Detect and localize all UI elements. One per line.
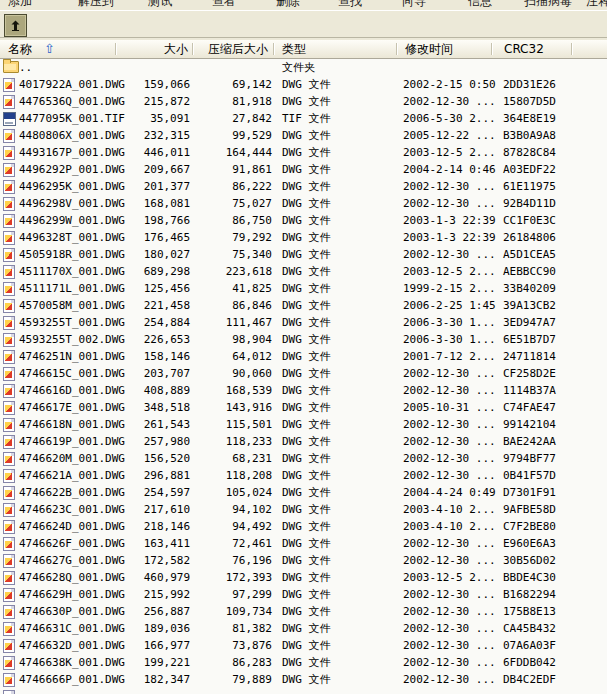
toolbar-button[interactable]: 测试: [148, 0, 172, 10]
file-size-cell: 168,081: [118, 195, 190, 212]
column-header-crc32[interactable]: CRC32: [504, 41, 544, 57]
file-type-cell: DWG 文件: [282, 178, 331, 195]
table-row[interactable]: 4593255T_001.DWG 254,884 111,467 DWG 文件 …: [0, 314, 607, 331]
table-row[interactable]: 4746619P_001.DWG 257,980 118,233 DWG 文件 …: [0, 433, 607, 450]
table-row[interactable]: 4593255T_002.DWG 226,653 98,904 DWG 文件 2…: [0, 331, 607, 348]
packed-size-cell: 118,233: [194, 433, 272, 450]
table-row[interactable]: 4746632D_001.DWG 166,977 73,876 DWG 文件 2…: [0, 637, 607, 654]
file-size-cell: 261,543: [118, 416, 190, 433]
table-row[interactable]: 4746617E_001.DWG 348,518 143,916 DWG 文件 …: [0, 399, 607, 416]
modified-time-cell: 2002-12-30 ...: [403, 382, 496, 399]
packed-size-cell: 75,340: [194, 246, 272, 263]
toolbar-button[interactable]: 扫描病毒: [524, 0, 572, 10]
modified-time-cell: 2002-12-30 ...: [403, 450, 496, 467]
column-separator[interactable]: [491, 43, 493, 55]
sort-ascending-icon[interactable]: ⇧: [44, 40, 55, 57]
modified-time-cell: 2006-3-30 1...: [403, 331, 496, 348]
file-type-cell: DWG 文件: [282, 569, 331, 586]
table-row[interactable]: 4746631C_001.DWG 189,036 81,382 DWG 文件 2…: [0, 620, 607, 637]
column-separator[interactable]: [115, 43, 117, 55]
table-row[interactable]: 4746638K_001.DWG 199,221 86,283 DWG 文件 2…: [0, 654, 607, 671]
dwg-file-icon: [3, 248, 15, 262]
packed-size-cell: 168,539: [194, 382, 272, 399]
column-header-packed-size[interactable]: 压缩后大小: [196, 41, 268, 57]
toolbar-button[interactable]: 添加: [8, 0, 32, 10]
table-row[interactable]: 4746621A_001.DWG 296,881 118,208 DWG 文件 …: [0, 467, 607, 484]
up-one-level-button[interactable]: [4, 14, 27, 37]
column-separator[interactable]: [571, 43, 573, 55]
modified-time-cell: 2002-12-30 ...: [403, 552, 496, 569]
file-size-cell: 163,411: [118, 535, 190, 552]
toolbar-button[interactable]: 解压到: [78, 0, 114, 10]
toolbar-button[interactable]: 删除: [276, 0, 300, 10]
packed-size-cell: 172,393: [194, 569, 272, 586]
toolbar-button[interactable]: 注释: [586, 0, 607, 10]
column-header-type[interactable]: 类型: [282, 41, 306, 57]
table-row[interactable]: 4746630P_001.DWG 256,887 109,734 DWG 文件 …: [0, 603, 607, 620]
file-type-cell: DWG 文件: [282, 501, 331, 518]
file-type-cell: DWG 文件: [282, 382, 331, 399]
dwg-file-icon: [3, 486, 15, 500]
table-row[interactable]: 4746629H_001.DWG 215,992 97,299 DWG 文件 2…: [0, 586, 607, 603]
modified-time-cell: 2002-12-30 ...: [403, 620, 496, 637]
tif-file-icon: [3, 112, 16, 126]
table-row[interactable]: 4496299W_001.DWG 198,766 86,750 DWG 文件 2…: [0, 212, 607, 229]
table-row[interactable]: 4746618N_001.DWG 261,543 115,501 DWG 文件 …: [0, 416, 607, 433]
table-row[interactable]: 4477095K_001.TIF 35,091 27,842 TIF 文件 20…: [0, 110, 607, 127]
file-size-cell: 198,766: [118, 212, 190, 229]
column-separator[interactable]: [396, 43, 398, 55]
file-name-cell: 4511171L_001.DWG: [19, 280, 125, 297]
table-row[interactable]: 4476536Q_001.DWG 215,872 81,918 DWG 文件 2…: [0, 93, 607, 110]
file-list[interactable]: .. 文件夹 4017922A_001.DWG 159,066 69,142 D…: [0, 59, 607, 694]
table-row[interactable]: 4496295K_001.DWG 201,377 86,222 DWG 文件 2…: [0, 178, 607, 195]
column-header-name[interactable]: 名称: [8, 41, 32, 57]
dwg-file-icon: [3, 435, 15, 449]
toolbar-button[interactable]: 查找: [338, 0, 362, 10]
dwg-file-icon: [3, 299, 15, 313]
column-separator[interactable]: [192, 43, 194, 55]
table-row[interactable]: 4746666P_001.DWG 182,347 79,889 DWG 文件 2…: [0, 671, 607, 688]
file-size-cell: 256,887: [118, 603, 190, 620]
table-row[interactable]: 4746624D_001.DWG 218,146 94,492 DWG 文件 2…: [0, 518, 607, 535]
table-row[interactable]: 4746616D_001.DWG 408,889 168,539 DWG 文件 …: [0, 382, 607, 399]
table-row[interactable]: 4746620M_001.DWG 156,520 68,231 DWG 文件 2…: [0, 450, 607, 467]
table-row[interactable]: 4746251N_001.DWG 158,146 64,012 DWG 文件 2…: [0, 348, 607, 365]
table-row[interactable]: 4496328T_001.DWG 176,465 79,292 DWG 文件 2…: [0, 229, 607, 246]
file-size-cell: 446,011: [118, 144, 190, 161]
table-row[interactable]: 4496298V_001.DWG 168,081 75,027 DWG 文件 2…: [0, 195, 607, 212]
dwg-file-icon: [3, 588, 15, 602]
table-row-partial[interactable]: [0, 688, 607, 694]
column-header-size[interactable]: 大小: [120, 41, 188, 57]
dwg-file-icon: [3, 214, 15, 228]
file-name-cell: 4746618N_001.DWG: [19, 416, 125, 433]
file-size-cell: 35,091: [118, 110, 190, 127]
table-row[interactable]: .. 文件夹: [0, 59, 607, 76]
file-type-cell: DWG 文件: [282, 348, 331, 365]
file-size-cell: 189,036: [118, 620, 190, 637]
table-row[interactable]: 4746615C_001.DWG 203,707 90,060 DWG 文件 2…: [0, 365, 607, 382]
table-row[interactable]: 4746623C_001.DWG 217,610 94,102 DWG 文件 2…: [0, 501, 607, 518]
table-row[interactable]: 4746622B_001.DWG 254,597 105,024 DWG 文件 …: [0, 484, 607, 501]
toolbar-button[interactable]: 查看: [212, 0, 236, 10]
column-header-modified[interactable]: 修改时间: [405, 41, 453, 57]
dwg-file-icon: [3, 367, 15, 381]
folder-up-icon: [9, 19, 22, 32]
file-name-cell: 4017922A_001.DWG: [19, 76, 125, 93]
table-row[interactable]: 4511171L_001.DWG 125,456 41,825 DWG 文件 1…: [0, 280, 607, 297]
table-row[interactable]: 4505918R_001.DWG 180,027 75,340 DWG 文件 2…: [0, 246, 607, 263]
table-row[interactable]: 4746627G_001.DWG 172,582 76,196 DWG 文件 2…: [0, 552, 607, 569]
table-row[interactable]: 4746626F_001.DWG 163,411 72,461 DWG 文件 2…: [0, 535, 607, 552]
table-row[interactable]: 4570058M_001.DWG 221,458 86,846 DWG 文件 2…: [0, 297, 607, 314]
file-name-cell: 4593255T_001.DWG: [19, 314, 125, 331]
table-row[interactable]: 4493167P_001.DWG 446,011 164,444 DWG 文件 …: [0, 144, 607, 161]
toolbar-button[interactable]: 向导: [402, 0, 426, 10]
table-row[interactable]: 4480806X_001.DWG 232,315 99,529 DWG 文件 2…: [0, 127, 607, 144]
table-row[interactable]: 4511170X_001.DWG 689,298 223,618 DWG 文件 …: [0, 263, 607, 280]
crc32-cell: 175B8E13: [503, 603, 556, 620]
table-row[interactable]: 4746628Q_001.DWG 460,979 172,393 DWG 文件 …: [0, 569, 607, 586]
table-row[interactable]: 4017922A_001.DWG 159,066 69,142 DWG 文件 2…: [0, 76, 607, 93]
table-row[interactable]: 4496292P_001.DWG 209,667 91,861 DWG 文件 2…: [0, 161, 607, 178]
column-separator[interactable]: [273, 43, 275, 55]
crc32-cell: 61E11975: [503, 178, 556, 195]
toolbar-button[interactable]: 信息: [468, 0, 492, 10]
